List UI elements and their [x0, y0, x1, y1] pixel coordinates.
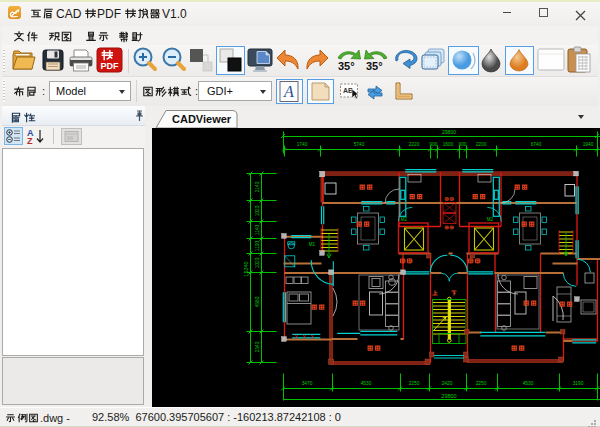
svg-text:35°: 35° [338, 60, 355, 72]
svg-text:15240: 15240 [243, 261, 249, 276]
svg-text:29800: 29800 [442, 129, 456, 135]
svg-text:4580: 4580 [255, 296, 260, 307]
svg-text:Z: Z [27, 136, 33, 145]
svg-text:1020: 1020 [255, 205, 260, 216]
svg-text:35°: 35° [366, 60, 383, 72]
svg-text:M2: M2 [401, 217, 408, 222]
svg-text:1140: 1140 [255, 225, 260, 236]
svg-text:900: 900 [429, 142, 437, 147]
svg-text:3470: 3470 [302, 381, 313, 386]
svg-text:5740: 5740 [354, 142, 365, 147]
svg-text:6740: 6740 [531, 142, 542, 147]
svg-text:2200: 2200 [476, 142, 487, 147]
svg-text:AB: AB [343, 87, 353, 94]
svg-text:V1.0: V1.0 [162, 7, 187, 21]
svg-text:M1: M1 [309, 242, 316, 247]
svg-text::: : [42, 85, 45, 97]
svg-text:PDF: PDF [101, 61, 120, 71]
svg-text:PDF: PDF [97, 7, 121, 21]
svg-text:1100: 1100 [255, 241, 260, 252]
svg-text:A: A [283, 83, 294, 100]
svg-text:2420: 2420 [442, 381, 453, 386]
svg-text:1740: 1740 [297, 142, 308, 147]
svg-text:2250: 2250 [409, 381, 420, 386]
svg-text:2340: 2340 [255, 341, 260, 352]
svg-text:900: 900 [458, 142, 466, 147]
svg-text:4530: 4530 [361, 381, 372, 386]
svg-text:M2: M2 [487, 217, 494, 222]
svg-text:2250: 2250 [476, 381, 487, 386]
svg-text:1600: 1600 [443, 142, 454, 147]
svg-text:1940: 1940 [583, 142, 594, 147]
svg-text:2140: 2140 [255, 181, 260, 192]
svg-text:4530: 4530 [523, 381, 534, 386]
svg-text:1020: 1020 [255, 257, 260, 268]
svg-text:.dwg -: .dwg - [40, 412, 70, 424]
svg-text:29800: 29800 [441, 393, 456, 399]
svg-text:CAD: CAD [56, 7, 82, 21]
svg-text:2220: 2220 [409, 142, 420, 147]
svg-text:3190: 3190 [573, 381, 584, 386]
